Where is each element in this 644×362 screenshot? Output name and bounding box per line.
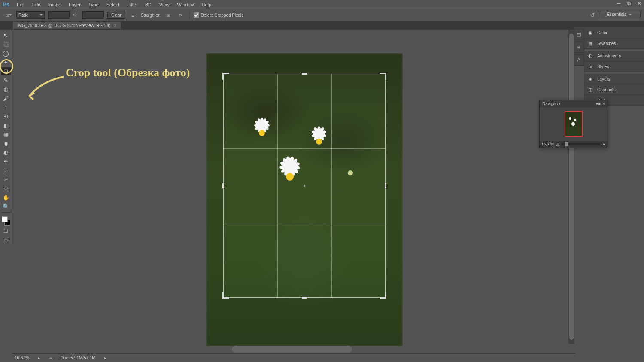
status-zoom[interactable]: 16,67%: [15, 356, 29, 360]
panel-menu-icon[interactable]: ▾≡: [596, 101, 601, 106]
swap-dimensions-button[interactable]: ⇄: [73, 12, 79, 18]
navigator-footer: 16,67% △ ▲: [540, 141, 608, 148]
status-arrow-icon-2[interactable]: ⇥: [49, 356, 52, 360]
navigator-thumbnail[interactable]: [565, 111, 583, 137]
type-tool[interactable]: T: [1, 166, 11, 175]
brush-tool[interactable]: 🖌: [1, 94, 11, 103]
document-image[interactable]: ✦: [206, 53, 403, 346]
zoom-tool[interactable]: 🔍: [1, 202, 11, 211]
zoom-in-icon[interactable]: ▲: [602, 142, 606, 146]
flower-decoration: [307, 130, 331, 153]
hand-tool[interactable]: ✋: [1, 193, 11, 202]
crop-tool[interactable]: ⊡: [1, 67, 11, 75]
document-tab-bar: IMG_7940.JPG @ 16,7% (Crop Preview, RGB/…: [0, 21, 644, 30]
marquee-tool[interactable]: ⬚: [1, 40, 11, 48]
quick-mask-tool[interactable]: ◻: [1, 226, 11, 235]
shape-tool[interactable]: ▭: [1, 184, 11, 193]
magic-wand-tool[interactable]: ✦: [1, 58, 11, 66]
gradient-tool[interactable]: ▦: [1, 130, 11, 139]
workspace-switcher[interactable]: Essentials: [598, 11, 641, 18]
menu-filter[interactable]: Filter: [123, 0, 141, 9]
dodge-tool[interactable]: ◐: [1, 148, 11, 157]
delete-cropped-input[interactable]: [194, 12, 199, 18]
styles-panel-tab[interactable]: fxStyles: [584, 61, 644, 72]
status-arrow-icon[interactable]: ▸: [38, 356, 40, 360]
navigator-thumbnail-area[interactable]: [540, 107, 608, 141]
zoom-out-icon[interactable]: △: [556, 142, 559, 146]
horizontal-scrollbar[interactable]: [232, 346, 352, 353]
move-tool[interactable]: ↖: [1, 31, 11, 39]
crop-height-input[interactable]: [82, 11, 104, 19]
properties-panel-icon[interactable]: ≡: [574, 42, 583, 53]
navigator-title-bar[interactable]: Navigator ▾≡×: [540, 100, 608, 107]
layers-panel-tab[interactable]: ◈Layers: [584, 74, 644, 84]
clear-button[interactable]: Clear: [107, 12, 125, 19]
color-panel-tab[interactable]: ◉Color: [584, 27, 644, 38]
swatches-panel-tab[interactable]: ▦Swatches: [584, 38, 644, 49]
swatches-icon: ▦: [587, 40, 594, 47]
menu-select[interactable]: Select: [103, 0, 124, 9]
maximize-button[interactable]: ⧉: [624, 0, 634, 7]
toolbox: ↖ ⬚ ◯ ✦ ⊡ ✎ ◍ 🖌 ⌇ ⟲ ◧ ▦ ⬮ ◐ ✒ T ⬀ ▭ ✋ 🔍 …: [0, 30, 12, 244]
close-tab-icon[interactable]: ×: [114, 23, 116, 28]
pen-tool[interactable]: ✒: [1, 157, 11, 166]
annotation-label: Crop tool (Обрезка фото): [66, 66, 190, 79]
delete-cropped-label: Delete Cropped Pixels: [201, 13, 244, 18]
panel-close-icon[interactable]: ×: [602, 101, 605, 106]
minimize-button[interactable]: ─: [614, 0, 623, 7]
menu-layer[interactable]: Layer: [65, 0, 85, 9]
straighten-icon[interactable]: ⊿: [129, 11, 137, 19]
vertical-scrollbar[interactable]: [568, 30, 574, 344]
annotation-arrow: [25, 75, 68, 105]
foreground-color-swatch[interactable]: [2, 216, 8, 222]
zoom-slider[interactable]: [561, 143, 601, 145]
eraser-tool[interactable]: ◧: [1, 121, 11, 130]
menu-image[interactable]: Image: [44, 0, 65, 9]
adjustments-panel-tab[interactable]: ◐Adjustments: [584, 51, 644, 61]
options-bar: ⊡ Ratio ⇄ Clear ⊿ Straighten ⊞ ⚙ Delete …: [0, 9, 644, 21]
character-panel-icon[interactable]: A: [574, 54, 583, 66]
color-swatches[interactable]: [2, 216, 10, 226]
menu-edit[interactable]: Edit: [28, 0, 44, 9]
color-icon: ◉: [587, 29, 594, 36]
flower-decoration: [249, 120, 275, 146]
navigator-panel[interactable]: Navigator ▾≡× 16,67% △ ▲: [539, 100, 608, 148]
navigator-title: Navigator: [542, 101, 561, 106]
styles-icon: fx: [587, 63, 594, 70]
status-more-icon[interactable]: ▸: [104, 356, 106, 360]
menu-type[interactable]: Type: [85, 0, 103, 9]
crop-ratio-dropdown[interactable]: Ratio: [16, 11, 45, 19]
crop-tool-icon: ⊡: [4, 11, 13, 19]
screen-mode-tool[interactable]: ▭: [1, 235, 11, 244]
navigator-zoom-value[interactable]: 16,67%: [541, 142, 555, 146]
menu-bar: Ps File Edit Image Layer Type Select Fil…: [0, 0, 644, 9]
history-panel-icon[interactable]: ▤: [574, 29, 583, 40]
history-brush-tool[interactable]: ⟲: [1, 112, 11, 121]
healing-brush-tool[interactable]: ◍: [1, 85, 11, 94]
eyedropper-tool[interactable]: ✎: [1, 76, 11, 84]
overlay-options-icon[interactable]: ⊞: [164, 11, 173, 19]
crop-box[interactable]: ✦: [223, 74, 386, 298]
blur-tool[interactable]: ⬮: [1, 139, 11, 148]
document-tab[interactable]: IMG_7940.JPG @ 16,7% (Crop Preview, RGB/…: [13, 22, 121, 29]
close-window-button[interactable]: ✕: [635, 0, 644, 7]
status-doc-size[interactable]: Doc: 57,1M/57,1M: [61, 356, 96, 360]
lasso-tool[interactable]: ◯: [1, 49, 11, 57]
menu-help[interactable]: Help: [198, 0, 216, 9]
menu-window[interactable]: Window: [173, 0, 197, 9]
menu-view[interactable]: View: [155, 0, 173, 9]
crop-width-input[interactable]: [48, 11, 70, 19]
right-panel-dock: ◉Color ▦Swatches ◐Adjustments fxStyles ◈…: [584, 27, 644, 106]
menu-3d[interactable]: 3D: [142, 0, 155, 9]
reset-crop-button[interactable]: ↺: [587, 11, 598, 19]
collapsed-panel-strip: ▤ ≡ A: [574, 27, 584, 66]
channels-panel-tab[interactable]: ◫Channels: [584, 84, 644, 95]
flower-decoration: [273, 160, 307, 194]
path-selection-tool[interactable]: ⬀: [1, 175, 11, 184]
delete-cropped-checkbox[interactable]: Delete Cropped Pixels: [194, 12, 244, 18]
menu-file[interactable]: File: [13, 0, 28, 9]
layers-icon: ◈: [587, 75, 594, 82]
clone-stamp-tool[interactable]: ⌇: [1, 103, 11, 112]
crop-settings-icon[interactable]: ⚙: [176, 11, 185, 19]
straighten-label[interactable]: Straighten: [141, 13, 161, 18]
